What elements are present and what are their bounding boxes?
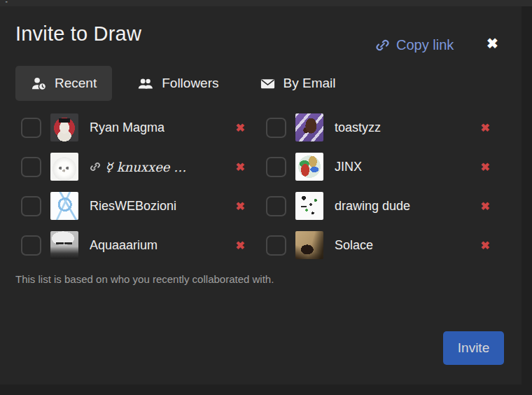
link-icon — [375, 38, 390, 53]
copy-link-button[interactable]: Copy link — [375, 37, 454, 53]
avatar — [50, 231, 78, 259]
user-row: RiesWEBozioni ✖ — [21, 186, 246, 226]
user-name: ☿ knuxxee … — [90, 160, 186, 174]
avatar — [295, 231, 323, 259]
tab-followers-label: Followers — [162, 76, 218, 91]
remove-user-button[interactable]: ✖ — [236, 239, 245, 252]
tab-by-email-label: By Email — [284, 76, 336, 91]
copy-link-label: Copy link — [396, 37, 454, 53]
link-icon — [90, 161, 101, 172]
invite-button[interactable]: Invite — [443, 331, 504, 365]
envelope-icon — [260, 76, 276, 92]
page-artifact: " — [6, 1, 8, 6]
user-checkbox[interactable] — [266, 118, 286, 138]
user-name: toastyzz — [335, 120, 381, 135]
user-checkbox[interactable] — [21, 196, 41, 216]
user-row: JINX ✖ — [266, 147, 491, 186]
user-row: Solace ✖ — [266, 226, 491, 265]
avatar — [295, 192, 323, 220]
user-column-left: Ryan Magma ✖ ☿ knuxxee … ✖ Ries — [21, 108, 246, 265]
user-checkbox[interactable] — [266, 157, 286, 177]
tab-recent-label: Recent — [55, 76, 97, 91]
avatar — [50, 113, 78, 141]
user-column-right: toastyzz ✖ JINX ✖ drawing dude ✖ Solace … — [266, 108, 491, 265]
user-checkbox[interactable] — [21, 157, 41, 177]
person-clock-icon — [31, 76, 47, 92]
user-checkbox[interactable] — [266, 235, 286, 256]
user-row: ☿ knuxxee … ✖ — [21, 147, 246, 186]
remove-user-button[interactable]: ✖ — [236, 121, 245, 134]
remove-user-button[interactable]: ✖ — [236, 200, 245, 213]
remove-user-button[interactable]: ✖ — [236, 160, 245, 174]
page-top-bar — [0, 0, 532, 6]
user-row: Aquaaarium ✖ — [21, 226, 246, 265]
remove-user-button[interactable]: ✖ — [481, 239, 490, 252]
close-icon[interactable]: ✖ — [486, 36, 498, 50]
user-name: Ryan Magma — [90, 120, 164, 135]
user-name: RiesWEBozioni — [90, 199, 176, 214]
user-name: drawing dude — [335, 199, 410, 214]
remove-user-button[interactable]: ✖ — [481, 160, 490, 174]
remove-user-button[interactable]: ✖ — [481, 121, 490, 134]
modal-title: Invite to Draw — [15, 22, 141, 46]
user-checkbox[interactable] — [21, 118, 41, 138]
avatar — [295, 153, 323, 181]
invite-tabs: Recent Followers By Email — [15, 66, 351, 101]
remove-user-button[interactable]: ✖ — [481, 200, 490, 213]
user-row: drawing dude ✖ — [266, 186, 491, 226]
user-name: JINX — [335, 160, 362, 174]
tab-by-email[interactable]: By Email — [244, 66, 351, 101]
user-name: Aquaaarium — [90, 238, 158, 253]
invite-modal: Invite to Draw Copy link ✖ Recent — [0, 6, 522, 384]
recent-list-note: This list is based on who you recently c… — [15, 273, 274, 285]
tab-recent[interactable]: Recent — [15, 66, 112, 101]
people-icon — [137, 76, 154, 92]
user-checkbox[interactable] — [21, 235, 41, 256]
user-name: Solace — [335, 238, 373, 253]
user-checkbox[interactable] — [266, 196, 286, 216]
user-row: Ryan Magma ✖ — [21, 108, 246, 147]
tab-followers[interactable]: Followers — [122, 66, 234, 101]
user-row: toastyzz ✖ — [266, 108, 491, 147]
avatar — [50, 153, 78, 181]
avatar — [295, 113, 323, 141]
avatar — [50, 192, 78, 220]
